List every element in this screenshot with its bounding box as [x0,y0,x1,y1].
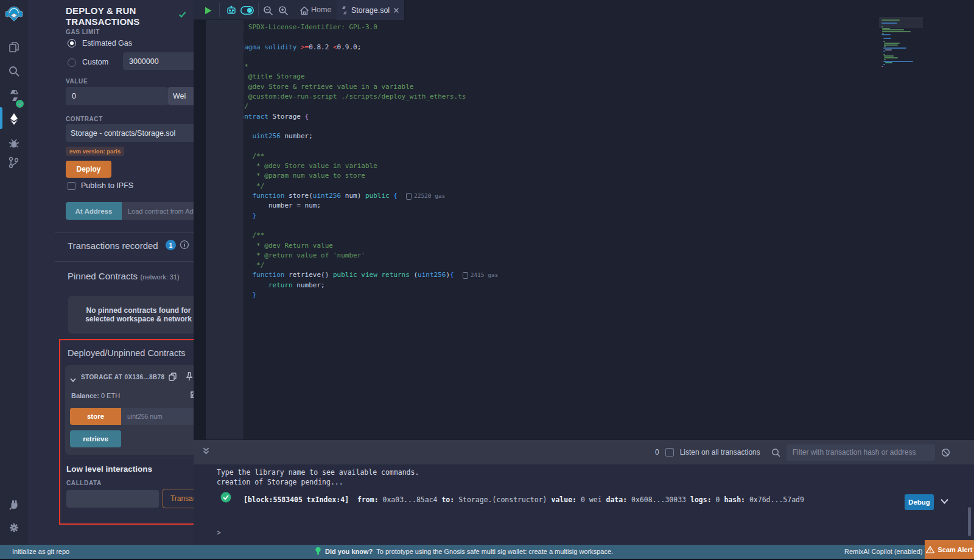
lightbulb-icon [315,547,321,556]
clear-console-ban-icon[interactable] [941,448,950,457]
zoom-out-icon[interactable] [262,4,274,16]
minimap-line [882,33,884,34]
terminal-output[interactable]: Type the library name to see available c… [194,464,974,545]
estimated-gas-radio[interactable] [68,39,76,47]
deployed-contracts-title: Deployed/Unpinned Contracts [68,348,185,358]
deploy-and-run-icon[interactable] [0,108,27,129]
code-line: 22 /** [244,231,974,240]
filter-transactions-input[interactable] [787,444,935,461]
store-function-button[interactable]: store [70,408,121,425]
debug-button[interactable]: Debug [905,494,934,510]
warning-triangle-icon [926,546,934,553]
git-init-status[interactable]: Initialize as git repo [12,548,69,555]
code-line: 3pragma solidity >=0.8.2 <0.9.0; [244,43,974,52]
copy-address-icon[interactable] [168,372,177,384]
search-icon[interactable] [0,61,27,82]
publish-ipfs-checkbox[interactable] [68,182,75,190]
debugger-icon[interactable] [0,133,27,153]
code-line: 6 * @title Storage [244,72,974,82]
code-line: 9 */ [244,102,974,111]
tab-label: Storage.sol [351,6,390,15]
balance-row: Balance: 0 ETH [71,392,120,399]
minimap-line [885,62,892,63]
contract-select[interactable]: Storage - contracts/Storage.sol ▲▼ [66,124,205,142]
evm-version-badge: evm version: paris [66,147,124,156]
at-address-input[interactable] [122,202,205,220]
instance-label: STORAGE AT 0X136...8B78 [81,374,164,380]
code-line: 29} [244,300,974,310]
tip-text: To prototype using the Gnosis safe multi… [376,548,613,555]
minimap-line [883,54,885,55]
at-address-button[interactable]: At Address [66,202,122,220]
tx-expand-chevron-icon[interactable] [940,498,949,506]
terminal-scrollbar[interactable] [968,507,971,536]
transaction-log-line[interactable]: [block:5583405 txIndex:4] from: 0xa03...… [244,495,804,504]
terminal-line: Type the library name to see available c… [217,468,419,477]
no-pinned-contracts-box: No pinned contracts found for selected w… [68,296,209,334]
listen-all-checkbox[interactable] [665,448,674,457]
pinned-contracts-header: Pinned Contracts (network: 31) [68,271,180,282]
copilot-toggle[interactable] [240,4,254,16]
code-line: 13 [244,142,974,152]
zoom-in-icon[interactable] [277,4,289,16]
settings-gear-icon[interactable] [0,517,27,538]
gas-limit-label: GAS LIMIT [66,29,100,35]
panel-title: DEPLOY & RUN TRANSACTIONS [66,5,169,27]
minimap-line [881,66,883,67]
transactions-info-icon[interactable] [180,240,189,252]
code-line: 21 [244,221,974,231]
minimap-line [884,43,900,44]
remix-logo-icon[interactable] [0,4,27,24]
tab-close-icon[interactable] [393,7,399,13]
minimap[interactable] [881,17,920,69]
calldata-label: CALLDATA [66,480,102,486]
code-editor[interactable]: 1// SPDX-License-Identifier: GPL-3.023pr… [244,20,974,439]
minimap-line [883,61,913,62]
calldata-input[interactable] [66,490,159,508]
pending-tx-count: 0 [655,448,659,457]
custom-gas-radio[interactable] [68,58,76,67]
contract-label: CONTRACT [66,116,103,122]
tab-storage-sol[interactable]: Storage.sol [337,0,405,20]
breakpoint-margin[interactable] [194,20,206,439]
store-arg-input[interactable] [121,408,197,425]
home-icon[interactable] [298,4,310,16]
run-script-play-icon[interactable] [202,4,214,16]
pinned-contracts-title: Pinned Contracts [68,271,138,281]
scam-alert-label: Scam Alert [937,546,972,553]
status-bar: Initialize as git repo Did you know? To … [0,545,974,559]
custom-gas-input[interactable] [123,52,205,70]
value-label: VALUE [66,78,88,85]
deploy-button[interactable]: Deploy [66,161,111,178]
remix-ide-window: DEPLOY & RUN TRANSACTIONS GAS LIMIT Esti… [0,0,974,560]
ai-assistant-robot-icon[interactable] [225,4,237,16]
minimap-line [881,19,900,21]
deploy-run-panel: DEPLOY & RUN TRANSACTIONS GAS LIMIT Esti… [27,0,194,545]
code-line: 12 uint256 number; [244,131,974,141]
minimap-line [883,51,885,52]
divider [65,458,213,458]
code-line: 5/** [244,62,974,72]
tx-success-check-icon [220,492,231,505]
minimap-line [885,49,892,51]
copilot-status[interactable]: RemixAI Copilot (enabled) [844,548,922,555]
custom-gas-label: Custom [82,58,108,66]
compile-success-badge [16,100,24,108]
home-tab-label[interactable]: Home [311,5,331,14]
plugin-manager-icon[interactable] [0,494,27,515]
git-icon[interactable] [0,152,27,173]
pin-instance-icon[interactable] [185,371,194,383]
scam-alert-button[interactable]: Scam Alert [925,540,974,559]
terminal-collapse-icon[interactable] [202,447,210,458]
file-explorer-icon[interactable] [0,37,27,57]
balance-value: 0 ETH [101,392,120,399]
code-line: 26 function retrieve() public view retur… [244,270,974,280]
instance-collapse-chevron-icon[interactable] [69,374,77,385]
code-line: 24 * @return value of 'number' [244,251,974,261]
contract-selected-option: Storage - contracts/Storage.sol [71,129,175,138]
retrieve-function-button[interactable]: retrieve [70,430,121,447]
terminal-prompt[interactable]: > [217,528,221,537]
value-input[interactable] [66,87,168,105]
solidity-compiler-icon[interactable] [0,85,27,106]
terminal-line: creation of Storage pending... [217,478,343,486]
